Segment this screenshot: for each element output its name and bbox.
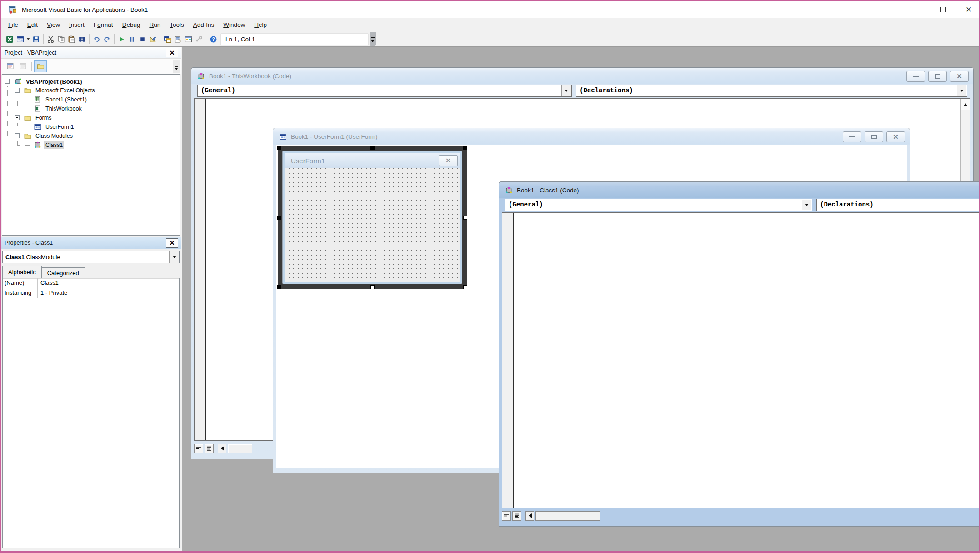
menu-item-view[interactable]: View [42,19,65,31]
window-title: Microsoft Visual Basic for Applications … [22,6,148,13]
menu-item-file[interactable]: File [4,19,23,31]
tree-item-excel-objects[interactable]: Microsoft Excel Objects [2,86,180,95]
view-code-icon[interactable] [4,60,16,72]
close-button[interactable]: ✕ [886,131,905,142]
tree-item-sheet1[interactable]: Sheet1 (Sheet1) [2,95,180,104]
thisworkbook-title-bar[interactable]: Book1 - ThisWorkbook (Code) ✕ [191,68,973,85]
menu-item-run[interactable]: Run [145,19,165,31]
menu-item-addins[interactable]: Add-Ins [189,19,219,31]
chevron-down-icon[interactable] [561,85,571,96]
break-icon[interactable] [127,33,137,45]
chevron-down-icon[interactable] [802,200,811,210]
form-selection[interactable]: UserForm1 ✕ [278,146,467,289]
copy-icon[interactable] [56,33,66,45]
code-editor[interactable] [502,212,979,508]
resize-handle[interactable] [277,216,281,220]
properties-panel-close-icon[interactable]: ✕ [166,238,178,248]
procedure-combo[interactable]: (Declarations) [816,199,979,211]
chevron-down-icon[interactable] [957,85,966,96]
design-mode-icon[interactable] [148,33,158,45]
undo-icon[interactable] [91,33,102,45]
tab-alphabetic[interactable]: Alphabetic [2,266,42,278]
window-class1-code[interactable]: Book1 - Class1 (Code) (General) (Declara… [499,181,979,527]
resize-handle[interactable] [277,285,281,289]
collapse-icon[interactable] [5,79,10,84]
close-button[interactable]: ✕ [950,71,969,82]
minimize-button[interactable] [843,131,861,142]
insert-dropdown-icon[interactable] [25,33,31,45]
menu-item-help[interactable]: Help [250,19,271,31]
redo-icon[interactable] [102,33,112,45]
insert-userform-icon[interactable] [15,33,25,45]
tree-item-userform1[interactable]: UserForm1 [2,122,180,131]
collapse-icon[interactable] [15,88,20,93]
chevron-down-icon[interactable] [169,251,179,263]
paste-icon[interactable] [66,33,77,45]
project-explorer-icon[interactable] [162,33,173,45]
full-module-view-button[interactable] [512,511,521,521]
close-button[interactable]: ✕ [965,5,973,14]
minimize-button[interactable] [906,71,925,82]
maximize-button[interactable] [928,71,947,82]
tree-item-thisworkbook[interactable]: ThisWorkbook [2,104,180,113]
menu-item-debug[interactable]: Debug [118,19,145,31]
menu-item-tools[interactable]: Tools [165,19,189,31]
find-icon[interactable] [77,33,87,45]
tree-item-class-modules[interactable]: Class Modules [2,131,180,141]
toggle-folders-icon[interactable] [34,60,47,72]
properties-panel: Properties - Class1 ✕ Class1 ClassModule… [1,237,181,551]
property-row-instancing[interactable]: Instancing 1 - Private [3,288,179,298]
view-object-icon[interactable] [16,60,29,72]
object-selector[interactable]: Class1 ClassModule [2,251,180,263]
object-browser-icon[interactable] [183,33,194,45]
excel-icon[interactable] [5,33,15,45]
run-icon[interactable] [116,33,127,45]
maximize-button[interactable] [939,5,947,14]
project-panel-close-icon[interactable]: ✕ [166,48,178,57]
toolbar-options-chevron[interactable] [370,32,376,46]
menu-item-format[interactable]: Format [89,19,118,31]
userform-grid-body[interactable] [285,168,460,282]
resize-handle[interactable] [463,146,467,150]
collapse-icon[interactable] [15,133,20,138]
cut-icon[interactable] [45,33,56,45]
scroll-left-icon[interactable] [525,511,534,521]
reset-icon[interactable] [137,33,148,45]
maximize-button[interactable] [865,131,883,142]
tree-item-forms[interactable]: Forms [2,113,180,122]
project-toolbar-chevron[interactable] [173,60,180,73]
object-combo[interactable]: (General) [505,199,812,211]
horizontal-scrollbar[interactable] [535,511,600,521]
tab-categorized[interactable]: Categorized [42,267,85,278]
procedure-combo[interactable]: (Declarations) [576,85,967,97]
tree-item-vbaproject[interactable]: VBAProject (Book1) [2,77,180,86]
procedure-view-button[interactable] [502,511,511,521]
scroll-left-icon[interactable] [218,444,226,453]
resize-handle[interactable] [463,216,467,220]
object-combo[interactable]: (General) [197,85,572,97]
properties-window-icon[interactable] [173,33,183,45]
resize-handle[interactable] [370,285,375,289]
tree-item-class1[interactable]: Class1 [2,141,180,150]
help-icon[interactable]: ? [208,33,219,45]
collapse-icon[interactable] [15,115,20,120]
resize-handle[interactable] [463,285,467,289]
userform-window-title: Book1 - UserForm1 (UserForm) [291,133,378,140]
class1-title-bar[interactable]: Book1 - Class1 (Code) [499,182,979,199]
menu-item-window[interactable]: Window [219,19,250,31]
property-row-name[interactable]: (Name) Class1 [3,278,179,288]
userform-window-title-bar[interactable]: Book1 - UserForm1 (UserForm) ✕ [273,128,910,145]
save-icon[interactable] [31,33,41,45]
full-module-view-button[interactable] [205,444,214,453]
code-window-icon [505,186,513,194]
menu-item-insert[interactable]: Insert [65,19,89,31]
resize-handle[interactable] [277,146,281,150]
horizontal-scrollbar[interactable] [228,444,252,453]
scroll-up-icon[interactable] [961,99,970,110]
minimize-button[interactable] [914,5,922,14]
designed-userform[interactable]: UserForm1 ✕ [282,151,462,284]
toolbox-icon[interactable] [194,33,204,45]
resize-handle[interactable] [370,146,375,150]
menu-item-edit[interactable]: Edit [23,19,42,31]
procedure-view-button[interactable] [194,444,203,453]
